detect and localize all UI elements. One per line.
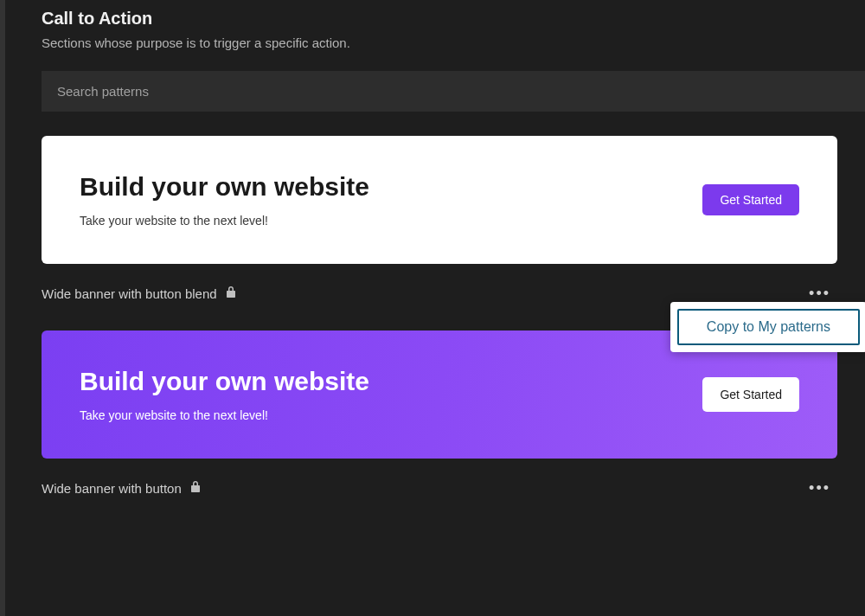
pattern-label: Wide banner with button blend: [42, 286, 236, 301]
left-edge-border: [0, 0, 5, 616]
card-title: Build your own website: [80, 367, 702, 396]
get-started-button[interactable]: Get Started: [702, 184, 799, 215]
pattern-card-white[interactable]: Build your own website Take your website…: [42, 136, 837, 264]
page-title: Call to Action: [42, 9, 865, 29]
card-title: Build your own website: [80, 172, 702, 202]
pattern-text-block: Build your own website Take your website…: [80, 367, 702, 422]
search-input[interactable]: [42, 71, 865, 112]
pattern-name-text: Wide banner with button blend: [42, 286, 217, 301]
pattern-label-row: Wide banner with button •••: [42, 476, 837, 501]
pattern-label: Wide banner with button: [42, 481, 201, 496]
card-subtitle: Take your website to the next level!: [80, 214, 702, 228]
card-subtitle: Take your website to the next level!: [80, 408, 702, 422]
pattern-text-block: Build your own website Take your website…: [80, 172, 702, 228]
page-subtitle: Sections whose purpose is to trigger a s…: [42, 35, 865, 50]
pattern-group: Build your own website Take your website…: [42, 136, 865, 306]
copy-to-my-patterns-button[interactable]: Copy to My patterns: [677, 309, 860, 345]
context-menu: Copy to My patterns: [670, 302, 865, 352]
lock-icon: [226, 286, 236, 301]
get-started-button[interactable]: Get Started: [702, 377, 799, 412]
pattern-group: Copy to My patterns Build your own websi…: [42, 330, 865, 501]
lock-icon: [190, 481, 201, 496]
more-options-button[interactable]: •••: [802, 476, 837, 501]
pattern-card-wrapper: Copy to My patterns Build your own websi…: [42, 330, 865, 459]
main-container: Call to Action Sections whose purpose is…: [0, 0, 865, 501]
pattern-name-text: Wide banner with button: [42, 481, 182, 496]
